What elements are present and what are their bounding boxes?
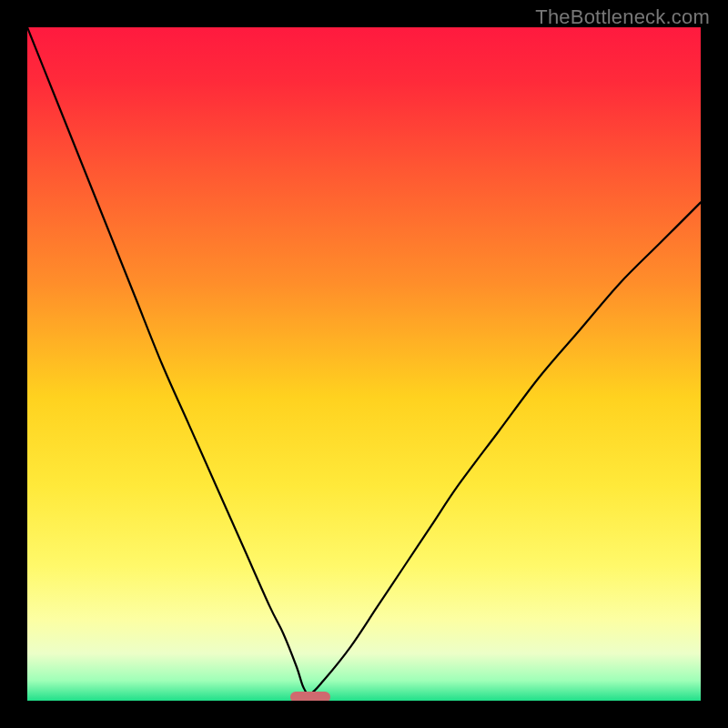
- chart-frame: TheBottleneck.com: [0, 0, 728, 728]
- optimal-range-marker: [290, 692, 330, 701]
- plot-area: [27, 27, 701, 701]
- bottleneck-curve: [27, 27, 701, 701]
- watermark-text: TheBottleneck.com: [535, 5, 710, 29]
